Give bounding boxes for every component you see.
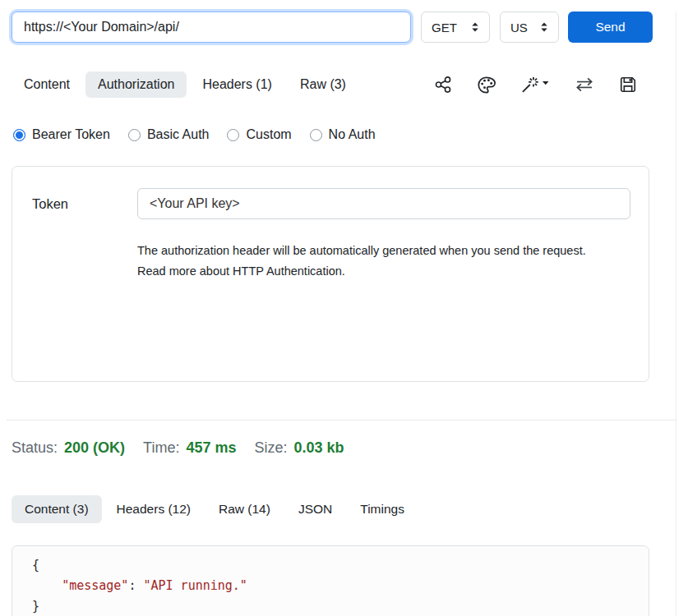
url-input[interactable]: [12, 11, 411, 43]
token-label: Token: [32, 196, 137, 212]
json-indent: [32, 578, 62, 593]
token-input[interactable]: [137, 188, 630, 219]
radio-icon: [227, 129, 239, 141]
auth-option-label: Basic Auth: [147, 127, 210, 142]
share-icon[interactable]: [434, 76, 452, 94]
time-value: 457 ms: [186, 439, 236, 457]
token-panel: Token The authorization header will be a…: [12, 166, 649, 382]
auth-option-bearer-token[interactable]: Bearer Token: [13, 127, 110, 142]
auth-option-label: Custom: [246, 127, 291, 142]
json-separator: :: [128, 578, 143, 593]
radio-icon: [128, 129, 141, 141]
json-close-brace: }: [32, 599, 39, 614]
request-tabs: Content Authorization Headers (1) Raw (3…: [12, 70, 676, 99]
resp-tab-content[interactable]: Content (3): [12, 495, 102, 523]
method-select-value: GET: [432, 21, 457, 34]
size-label: Size:: [254, 439, 287, 457]
tab-raw[interactable]: Raw (3): [288, 71, 358, 98]
radio-selected-icon: [13, 129, 25, 141]
save-icon[interactable]: [619, 76, 637, 94]
chevron-expand-icon: [540, 21, 548, 34]
send-button[interactable]: Send: [568, 11, 653, 43]
tab-content[interactable]: Content: [12, 71, 82, 98]
method-select[interactable]: GET: [421, 11, 490, 43]
json-value: "API running.": [143, 578, 247, 593]
toolbar: [434, 76, 676, 94]
auth-option-no-auth[interactable]: No Auth: [310, 127, 376, 142]
resp-tab-json[interactable]: JSON: [285, 495, 345, 523]
tab-headers[interactable]: Headers (1): [190, 71, 284, 98]
magic-wand-dropdown-icon[interactable]: [520, 76, 550, 94]
resp-tab-headers[interactable]: Headers (12): [104, 495, 204, 523]
api-client-page: GET US Send Content Authorization Header…: [0, 11, 688, 616]
time-label: Time:: [143, 439, 179, 457]
region-select[interactable]: US: [500, 11, 559, 43]
radio-icon: [310, 129, 322, 141]
response-body-panel[interactable]: { "message": "API running." }: [12, 545, 649, 616]
palette-icon[interactable]: [477, 76, 496, 94]
auth-option-basic-auth[interactable]: Basic Auth: [128, 127, 210, 142]
json-open-brace: {: [32, 558, 39, 572]
size-value: 0.03 kb: [294, 439, 344, 457]
tab-authorization[interactable]: Authorization: [85, 71, 187, 98]
response-tabs: Content (3) Headers (12) Raw (14) JSON T…: [12, 494, 418, 524]
auth-option-custom[interactable]: Custom: [227, 127, 291, 142]
auth-option-label: Bearer Token: [32, 127, 110, 142]
auth-option-label: No Auth: [329, 127, 376, 142]
json-key: "message": [62, 578, 128, 593]
swap-arrows-icon[interactable]: [575, 76, 594, 94]
region-select-value: US: [510, 21, 528, 34]
resp-tab-raw[interactable]: Raw (14): [205, 495, 284, 523]
response-status-bar: Status: 200 (OK) Time: 457 ms Size: 0.03…: [12, 439, 344, 457]
status-label: Status:: [12, 439, 58, 457]
page-edge-divider: [676, 11, 676, 616]
resp-tab-timings[interactable]: Timings: [347, 495, 418, 523]
response-json: { "message": "API running." }: [32, 555, 649, 616]
chevron-expand-icon: [471, 21, 479, 34]
section-divider: [7, 420, 676, 421]
token-help-text: The authorization header will be automat…: [137, 241, 606, 282]
request-bar: GET US Send: [12, 11, 688, 43]
auth-options: Bearer Token Basic Auth Custom No Auth: [13, 127, 676, 142]
status-value: 200 (OK): [64, 439, 125, 457]
